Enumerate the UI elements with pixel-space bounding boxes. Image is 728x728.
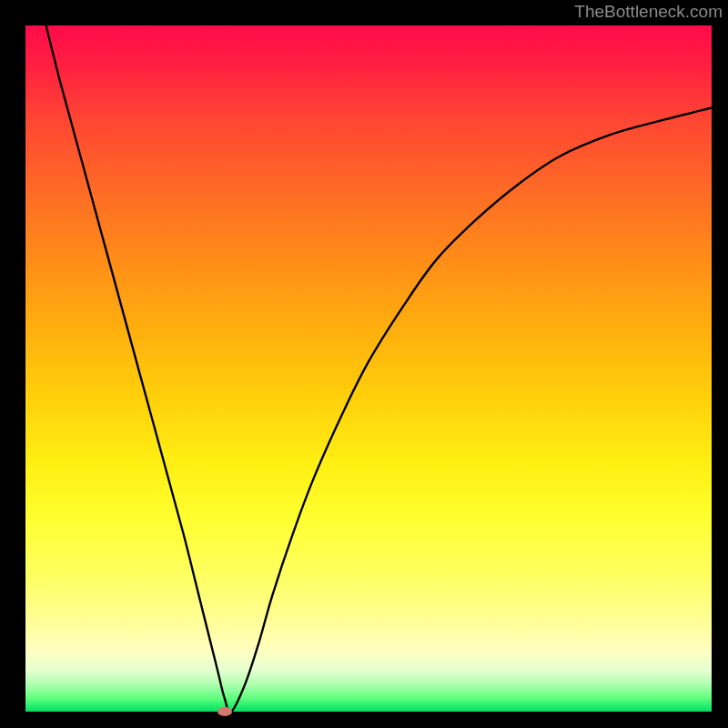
watermark-text: TheBottleneck.com	[574, 2, 723, 22]
plot-area	[25, 25, 712, 712]
bottleneck-curve	[25, 25, 712, 712]
optimum-marker	[217, 707, 232, 716]
chart-frame	[5, 5, 723, 723]
